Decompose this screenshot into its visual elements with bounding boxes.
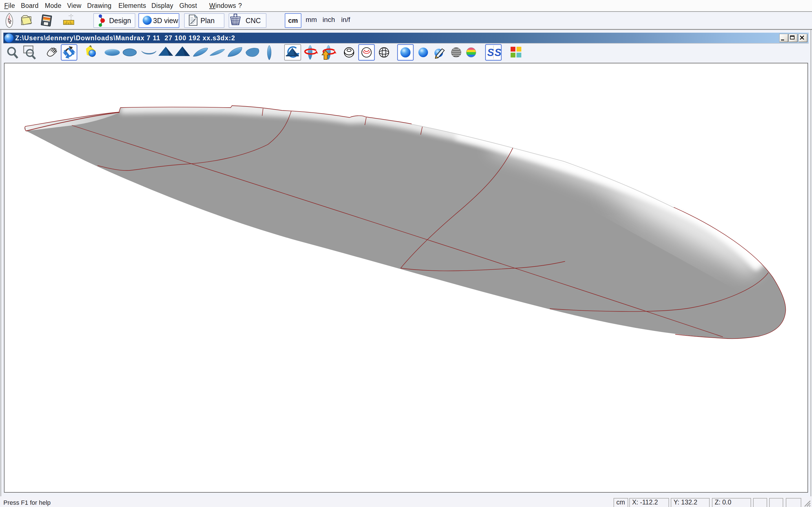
svg-text:S: S — [487, 47, 494, 58]
svg-text:S: S — [495, 47, 501, 58]
